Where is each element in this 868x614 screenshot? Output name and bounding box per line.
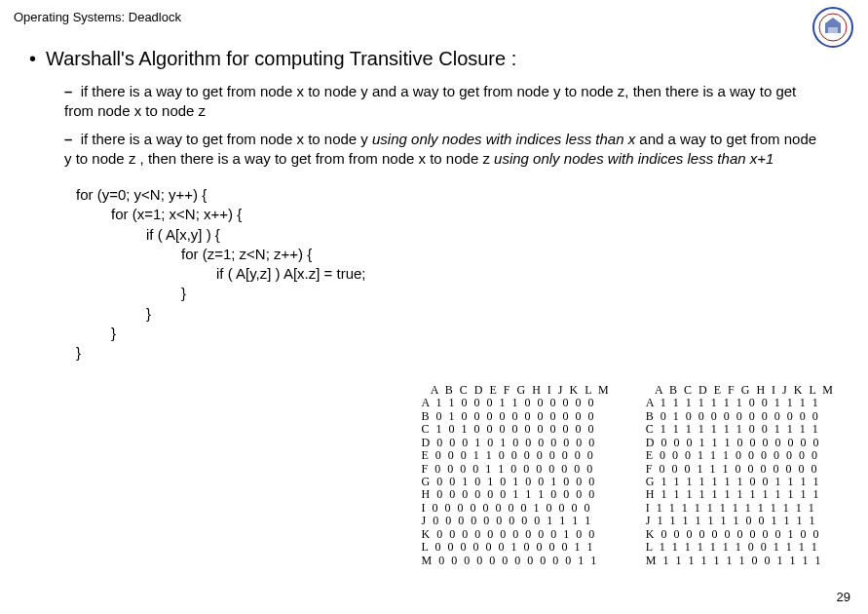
bullet-dot: •	[29, 48, 36, 70]
sub-bullet-1: – if there is a way to get from node x t…	[64, 82, 825, 120]
code-line: for (y=0; y<N; y++) {	[76, 185, 854, 205]
matrix-before: A B C D E F G H I J K L M A 1 1 0 0 0 1 …	[422, 384, 611, 567]
code-line: }	[76, 304, 854, 324]
code-line: for (x=1; x<N; x++) {	[76, 205, 854, 224]
university-crest-logo	[811, 6, 854, 49]
sub-bullet-2: – if there is a way to get from node x t…	[64, 130, 825, 168]
svg-rect-2	[828, 27, 838, 33]
code-line: }	[76, 324, 854, 343]
code-line: if ( A[x,y] ) {	[76, 225, 854, 245]
code-line: if ( A[y,z] ) A[x.z] = true;	[76, 264, 854, 284]
code-line: for (z=1; z<N; z++) {	[76, 245, 854, 264]
code-block: for (y=0; y<N; y++) { for (x=1; x<N; x++…	[76, 185, 854, 363]
main-title: Warshall's Algorithm for computing Trans…	[46, 48, 516, 70]
main-bullet: • Warshall's Algorithm for computing Tra…	[29, 48, 854, 70]
page-header: Operating Systems: Deadlock	[14, 10, 854, 24]
page-number: 29	[837, 590, 850, 604]
matrices-container: A B C D E F G H I J K L M A 1 1 0 0 0 1 …	[422, 384, 836, 567]
code-line: }	[76, 284, 854, 303]
code-line: }	[76, 343, 854, 363]
matrix-after: A B C D E F G H I J K L M A 1 1 1 1 1 1 …	[646, 384, 835, 567]
